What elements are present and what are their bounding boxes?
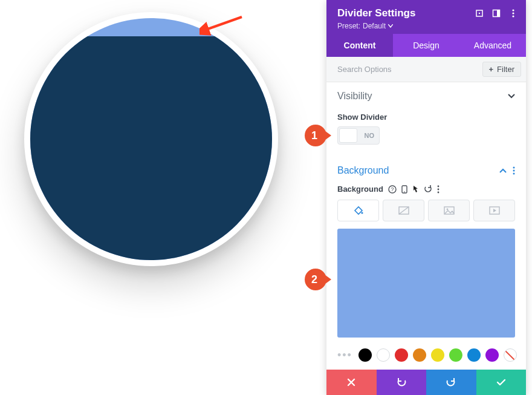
svg-point-5 bbox=[512, 12, 514, 14]
expand-icon[interactable] bbox=[475, 9, 484, 18]
search-input[interactable] bbox=[337, 65, 440, 74]
swatch-black[interactable] bbox=[358, 348, 372, 362]
cancel-button[interactable] bbox=[326, 370, 377, 395]
svg-point-1 bbox=[479, 13, 480, 14]
svg-text:?: ? bbox=[391, 186, 394, 192]
swatch-green[interactable] bbox=[449, 348, 462, 362]
swatch-none[interactable] bbox=[504, 348, 517, 362]
section-background: Background Background ? bbox=[326, 157, 526, 365]
undo-icon bbox=[396, 378, 407, 387]
swatch-row: ••• bbox=[337, 348, 515, 365]
image-icon bbox=[444, 206, 455, 215]
kebab-icon[interactable] bbox=[509, 9, 517, 18]
tab-design[interactable]: Design bbox=[393, 34, 459, 57]
tab-advanced[interactable]: Advanced bbox=[459, 34, 526, 57]
chevron-up-icon bbox=[499, 168, 507, 173]
section-visibility: Visibility Show Divider NO bbox=[326, 82, 526, 157]
section-visibility-title: Visibility bbox=[337, 91, 372, 102]
svg-point-7 bbox=[513, 167, 515, 169]
toggle-value: NO bbox=[365, 132, 375, 139]
panel-tabs: Content Design Advanced bbox=[326, 34, 526, 57]
bg-tab-gradient[interactable] bbox=[383, 200, 424, 221]
svg-point-14 bbox=[437, 185, 439, 187]
hover-icon[interactable] bbox=[412, 185, 419, 194]
paint-bucket-icon bbox=[353, 205, 364, 216]
swatch-sets-row: Saved Recent bbox=[326, 365, 526, 370]
check-icon bbox=[496, 379, 506, 386]
section-background-title: Background bbox=[337, 165, 389, 176]
close-icon bbox=[347, 378, 355, 387]
annotation-callout-2-label: 2 bbox=[311, 273, 317, 286]
panel-footer bbox=[326, 370, 526, 395]
preset-selector[interactable]: Preset: Default bbox=[337, 22, 517, 30]
swatch-white[interactable] bbox=[377, 348, 390, 362]
annotation-callout-1-label: 1 bbox=[311, 129, 317, 142]
save-button[interactable] bbox=[476, 370, 527, 395]
snap-icon[interactable] bbox=[492, 9, 501, 18]
more-swatches-icon[interactable]: ••• bbox=[337, 349, 354, 362]
svg-point-6 bbox=[512, 15, 514, 17]
undo-button[interactable] bbox=[377, 370, 427, 395]
preview-circle-body bbox=[30, 36, 272, 260]
search-row: + Filter bbox=[326, 57, 526, 82]
svg-point-17 bbox=[361, 212, 363, 214]
svg-point-16 bbox=[437, 191, 439, 193]
background-field-label: Background bbox=[337, 184, 383, 194]
settings-panel: Divider Settings Preset: Default Content… bbox=[326, 0, 526, 395]
section-background-header[interactable]: Background bbox=[337, 157, 515, 184]
redo-icon bbox=[446, 378, 456, 387]
panel-title: Divider Settings bbox=[337, 7, 415, 19]
svg-point-20 bbox=[446, 209, 448, 211]
chevron-down-icon bbox=[388, 24, 393, 28]
background-field-row: Background ? bbox=[337, 184, 515, 194]
background-type-tabs bbox=[337, 200, 515, 221]
swatch-yellow[interactable] bbox=[431, 348, 444, 362]
panel-header: Divider Settings Preset: Default bbox=[326, 0, 526, 34]
swatch-red[interactable] bbox=[395, 348, 408, 362]
svg-point-15 bbox=[437, 188, 439, 190]
filter-button[interactable]: + Filter bbox=[482, 62, 521, 77]
tablet-icon[interactable] bbox=[401, 185, 407, 194]
bg-tab-video[interactable] bbox=[473, 200, 515, 221]
redo-button[interactable] bbox=[426, 370, 476, 395]
svg-point-13 bbox=[404, 191, 405, 192]
chevron-down-icon bbox=[508, 94, 515, 99]
video-icon bbox=[489, 206, 500, 215]
swatch-purple[interactable] bbox=[485, 348, 499, 362]
svg-point-4 bbox=[512, 9, 514, 11]
bg-tab-color[interactable] bbox=[337, 200, 379, 221]
preview-area bbox=[0, 0, 301, 339]
preview-circle bbox=[30, 18, 272, 260]
plus-icon: + bbox=[489, 65, 494, 74]
show-divider-label: Show Divider bbox=[337, 113, 515, 122]
toggle-thumb bbox=[339, 128, 357, 143]
panel-body: Visibility Show Divider NO Background bbox=[326, 82, 526, 370]
swatch-orange[interactable] bbox=[413, 348, 426, 362]
preview-circle-frame bbox=[24, 12, 278, 266]
kebab-icon[interactable] bbox=[437, 185, 440, 194]
tab-content[interactable]: Content bbox=[326, 34, 393, 57]
kebab-icon[interactable] bbox=[513, 166, 515, 175]
background-color-preview[interactable] bbox=[337, 229, 515, 338]
help-icon[interactable]: ? bbox=[388, 185, 397, 194]
swatch-blue[interactable] bbox=[467, 348, 481, 362]
gradient-icon bbox=[398, 206, 409, 215]
svg-rect-3 bbox=[497, 10, 500, 17]
svg-point-9 bbox=[513, 173, 515, 175]
reset-icon[interactable] bbox=[424, 185, 432, 194]
svg-point-8 bbox=[513, 170, 515, 172]
show-divider-toggle[interactable]: NO bbox=[337, 126, 380, 145]
bg-tab-image[interactable] bbox=[428, 200, 470, 221]
section-visibility-header[interactable]: Visibility bbox=[337, 82, 515, 110]
